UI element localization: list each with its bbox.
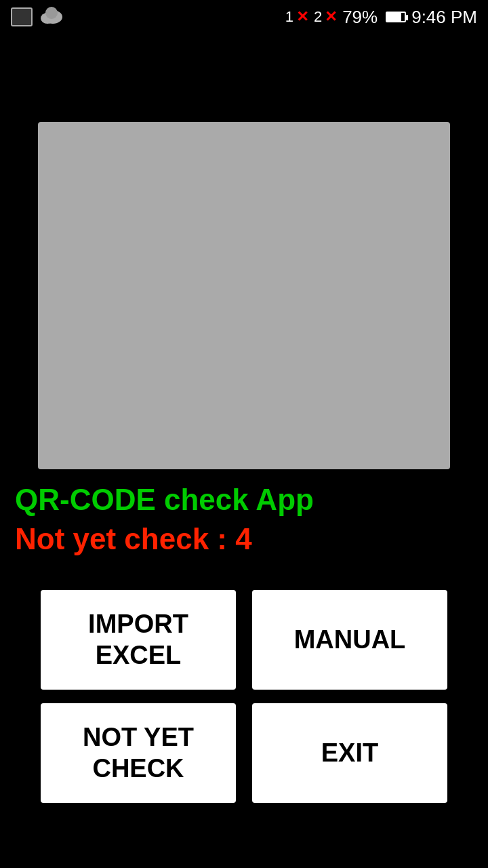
import-excel-line2: EXCEL [88,640,188,671]
buttons-row-1: IMPORT EXCEL MANUAL [0,590,488,690]
battery-percentage: 79% [342,7,378,28]
notification-group-2: 2 ✕ [314,8,337,26]
manual-button[interactable]: MANUAL [252,590,447,690]
not-yet-check-status: Not yet check : 4 [0,522,488,556]
exit-label: EXIT [321,738,378,769]
status-bar-right: 1 ✕ 2 ✕ 79% 9:46 PM [285,7,477,28]
import-excel-line1: IMPORT [88,609,188,640]
status-bar: 1 ✕ 2 ✕ 79% 9:46 PM [0,0,488,34]
buttons-row-2: NOT YET CHECK EXIT [0,703,488,803]
not-yet-check-button[interactable]: NOT YET CHECK [41,703,236,803]
notification-group-1: 1 ✕ [285,8,308,26]
weather-icon [39,6,64,28]
status-bar-left [11,6,64,28]
notif-num-1: 1 [285,8,293,26]
exit-button[interactable]: EXIT [252,703,447,803]
not-yet-check-line2: CHECK [83,753,194,785]
battery-icon [386,12,406,22]
battery-fill [387,13,401,21]
manual-label: MANUAL [294,625,406,656]
import-excel-button[interactable]: IMPORT EXCEL [41,590,236,690]
time-display: 9:46 PM [411,7,477,28]
notif-x-1: ✕ [296,8,308,26]
image-icon [11,7,33,26]
svg-point-2 [45,7,58,19]
app-title: QR-CODE check App [0,483,488,517]
notif-x-2: ✕ [325,8,337,26]
notif-num-2: 2 [314,8,322,26]
camera-view [38,122,450,469]
not-yet-check-line1: NOT YET [83,722,194,753]
